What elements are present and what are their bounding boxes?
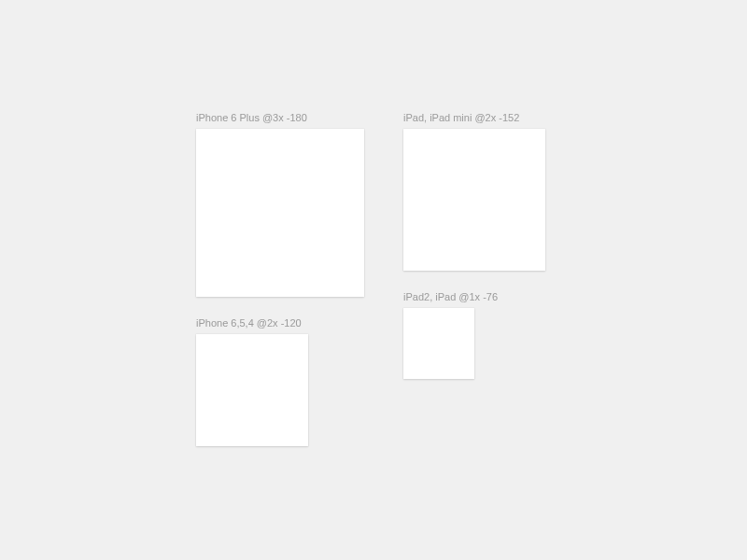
icon-spec-box [196,334,308,446]
icon-spec-box [403,308,474,379]
icon-spec-box [403,129,545,271]
icon-spec-label: iPhone 6,5,4 @2x -120 [196,317,308,329]
icon-spec-iphone654: iPhone 6,5,4 @2x -120 [196,317,308,446]
icon-spec-ipad2x: iPad, iPad mini @2x -152 [403,112,545,271]
icon-spec-ipad1x: iPad2, iPad @1x -76 [403,291,498,379]
icon-spec-box [196,129,364,297]
icon-spec-label: iPad, iPad mini @2x -152 [403,112,545,123]
icon-spec-label: iPad2, iPad @1x -76 [403,291,498,302]
icon-spec-iphone6plus: iPhone 6 Plus @3x -180 [196,112,364,297]
icon-spec-label: iPhone 6 Plus @3x -180 [196,112,364,123]
